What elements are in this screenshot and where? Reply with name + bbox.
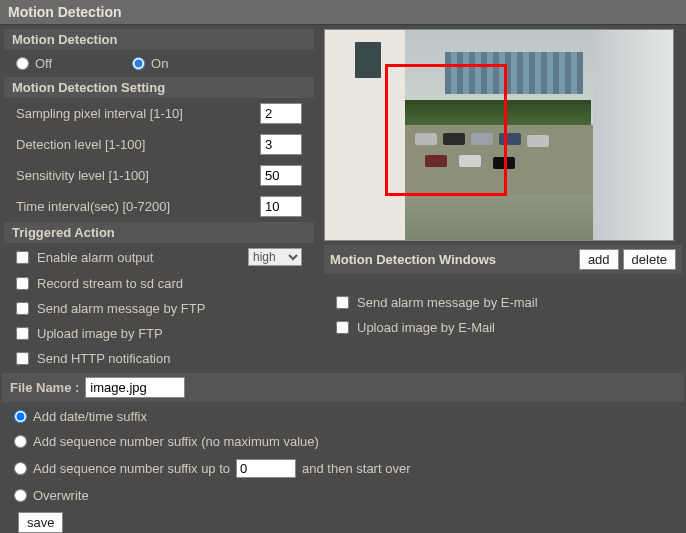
motion-off-label: Off [35,56,52,71]
time-label: Time interval(sec) [0-7200] [16,199,260,214]
alarm-level-select[interactable]: high [248,248,302,266]
time-input[interactable] [260,196,302,217]
settings-heading: Motion Detection Setting [4,77,314,98]
enable-alarm-checkbox[interactable] [16,251,29,264]
sampling-label: Sampling pixel interval [1-10] [16,106,260,121]
sensitivity-input[interactable] [260,165,302,186]
suffix-seq-max-radio[interactable] [14,462,27,475]
suffix-seq-max-input[interactable] [236,459,296,478]
delete-window-button[interactable]: delete [623,249,676,270]
add-window-button[interactable]: add [579,249,619,270]
enable-alarm-label: Enable alarm output [37,250,153,265]
sampling-input[interactable] [260,103,302,124]
upload-ftp-checkbox[interactable] [16,327,29,340]
motion-off-radio[interactable] [16,57,29,70]
detection-input[interactable] [260,134,302,155]
motion-off-option[interactable]: Off [16,56,52,71]
filename-label: File Name : [10,380,79,395]
triggered-heading: Triggered Action [4,222,314,243]
suffix-seq-nomax-radio[interactable] [14,435,27,448]
page-title: Motion Detection [0,0,686,25]
suffix-overwrite-label: Overwrite [33,488,89,503]
suffix-datetime-label: Add date/time suffix [33,409,147,424]
upload-email-checkbox[interactable] [336,321,349,334]
send-email-label: Send alarm message by E-mail [357,295,538,310]
motion-on-option[interactable]: On [132,56,168,71]
sensitivity-label: Sensitivity level [1-100] [16,168,260,183]
suffix-seq-nomax-label: Add sequence number suffix (no maximum v… [33,434,319,449]
upload-email-label: Upload image by E-Mail [357,320,495,335]
suffix-seq-max-post: and then start over [302,461,410,476]
detection-label: Detection level [1-100] [16,137,260,152]
send-http-checkbox[interactable] [16,352,29,365]
suffix-seq-max-pre: Add sequence number suffix up to [33,461,230,476]
record-sd-label: Record stream to sd card [37,276,183,291]
motion-on-label: On [151,56,168,71]
suffix-overwrite-radio[interactable] [14,489,27,502]
preview-building-right [593,30,673,241]
detection-window[interactable] [385,64,507,196]
filename-input[interactable] [85,377,185,398]
upload-ftp-label: Upload image by FTP [37,326,163,341]
save-button[interactable]: save [18,512,63,533]
record-sd-checkbox[interactable] [16,277,29,290]
camera-preview[interactable] [324,29,674,241]
motion-on-radio[interactable] [132,57,145,70]
preview-title: Motion Detection Windows [330,252,575,267]
suffix-datetime-radio[interactable] [14,410,27,423]
send-email-checkbox[interactable] [336,296,349,309]
send-http-label: Send HTTP notification [37,351,170,366]
send-ftp-label: Send alarm message by FTP [37,301,205,316]
send-ftp-checkbox[interactable] [16,302,29,315]
motion-detection-heading: Motion Detection [4,29,314,50]
